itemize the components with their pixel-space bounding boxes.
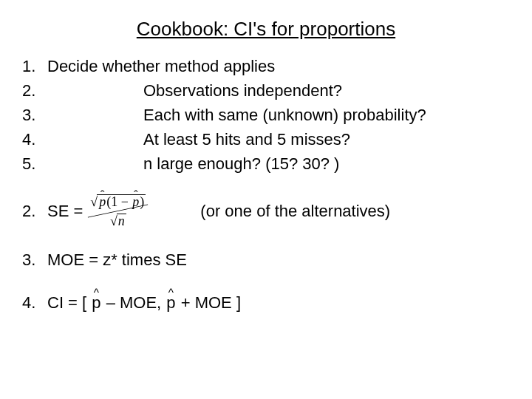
se-alternative-note: (or one of the alternatives) [200, 202, 390, 221]
ci-expression: CI = [ p – MOE, p + MOE ] [47, 292, 241, 314]
moe-text: MOE = z* times SE [47, 249, 187, 271]
se-formula: p(1 − p) n [87, 194, 149, 228]
step-moe: 3. MOE = z* times SE [22, 249, 510, 271]
item-text: Each with same (unknown) probability? [143, 103, 426, 127]
p-hat-symbol: p [166, 292, 176, 314]
item-number: 2. [22, 78, 47, 103]
n-symbol: n [117, 214, 126, 228]
step-ci: 4. CI = [ p – MOE, p + MOE ] [22, 292, 510, 314]
item-text: n large enough? (15? 30? ) [143, 151, 339, 176]
item-text: Decide whether method applies [47, 54, 275, 78]
slide: Cookbook: CI's for proportions 1. Decide… [0, 0, 532, 399]
list-item: 5. n large enough? (15? 30? ) [22, 151, 510, 176]
conditions-list: 1. Decide whether method applies 2. Obse… [22, 54, 510, 176]
list-item: 2. Observations independent? [22, 78, 510, 103]
item-number: 1. [22, 54, 47, 78]
p-hat-symbol: p [98, 195, 106, 208]
item-number: 3. [22, 249, 47, 271]
item-number: 4. [22, 127, 47, 151]
step-se: 2. SE = p(1 − p) n (or one of the altern… [22, 194, 510, 228]
p-hat-symbol: p [91, 292, 101, 314]
item-number: 2. [22, 202, 47, 221]
list-item: 3. Each with same (unknown) probability? [22, 103, 510, 127]
item-number: 3. [22, 103, 47, 127]
item-number: 5. [22, 151, 47, 176]
item-text: Observations independent? [143, 78, 342, 103]
se-label: SE = [47, 202, 83, 221]
item-text: At least 5 hits and 5 misses? [143, 127, 350, 151]
list-item: 4. At least 5 hits and 5 misses? [22, 127, 510, 151]
slide-title: Cookbook: CI's for proportions [22, 18, 510, 41]
list-item: 1. Decide whether method applies [22, 54, 510, 78]
item-number: 4. [22, 292, 47, 314]
